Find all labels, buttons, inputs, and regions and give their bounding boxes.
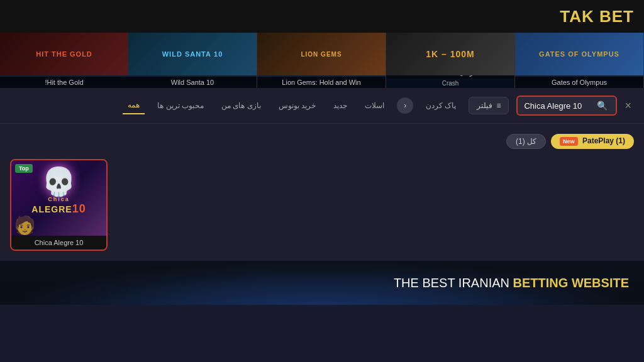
banner-crash-label: Crash xyxy=(386,79,514,88)
banner-gates-label: Gates of Olympus xyxy=(515,77,643,88)
banner-wild-bg: 10 WILD SANTA xyxy=(128,33,257,75)
logo-bet: BET xyxy=(599,7,634,26)
game-card-character: 🧑 xyxy=(14,215,36,236)
search-input[interactable] xyxy=(524,101,593,111)
filter-button[interactable]: ≡ فیلتر xyxy=(469,97,509,114)
banner-gates-bg: GATES OF OLYMPUS xyxy=(515,33,643,75)
banner-wild[interactable]: 10 WILD SANTA Wild Santa 10 xyxy=(128,33,257,88)
game-card-image: Top 💀 Chica ALEGRE10 🧑 xyxy=(11,160,106,236)
banner-hit-bg: HIT THE GOLD xyxy=(0,33,128,75)
top-badge: Top xyxy=(15,164,33,173)
banner-lion-bg: LION GEMS xyxy=(257,33,386,75)
count-badges: کل (1) New PatePlay (1) xyxy=(10,134,634,149)
badge-pate-label: PatePlay (1) xyxy=(582,136,625,145)
banner-gates[interactable]: GATES OF OLYMPUS Gates of Olympus xyxy=(515,33,644,88)
filter-bar: × 🔍 ≡ فیلتر پاک کردن ‹ اسلات جدید خرید ب… xyxy=(0,88,644,124)
search-icon: 🔍 xyxy=(597,101,608,111)
game-title-alegre: ALEGRE10 xyxy=(31,202,86,216)
game-title-chica: Chica xyxy=(31,196,86,202)
footer-bold-text: BETTING WEBSITE xyxy=(513,276,629,290)
tab-new[interactable]: جدید xyxy=(328,97,352,114)
tab-slots[interactable]: اسلات xyxy=(360,97,389,114)
game-cards: Top 💀 Chica ALEGRE10 🧑 Chica Alegre 10 xyxy=(10,159,634,251)
game-card-visual: 💀 Chica ALEGRE10 xyxy=(42,165,76,198)
tab-clear[interactable]: پاک کردن xyxy=(421,97,461,114)
filter-icon: ≡ xyxy=(496,101,501,110)
footer-text: THE BEST IRANIAN BETTING WEBSITE xyxy=(394,276,629,290)
close-button[interactable]: × xyxy=(625,99,631,112)
logo-tak: TAK xyxy=(560,7,594,26)
header: TAK BET xyxy=(0,0,644,33)
banner-hit[interactable]: HIT THE GOLD !Hit the Gold xyxy=(0,33,128,88)
banner-wild-label: Wild Santa 10 xyxy=(128,77,257,88)
logo: TAK BET xyxy=(560,7,634,26)
badge-total-label: کل (1) xyxy=(516,137,536,146)
banner-strip: GATES OF OLYMPUS Gates of Olympus 1K – 1… xyxy=(0,33,644,88)
tab-popular[interactable]: محبوب ترین ها xyxy=(152,97,209,114)
banner-range-bg: 1K – 100M xyxy=(386,33,514,75)
badge-pate[interactable]: New PatePlay (1) xyxy=(551,134,634,149)
tab-bonus[interactable]: خرید بونوس xyxy=(274,97,321,114)
tab-my-games[interactable]: بازی های من xyxy=(216,97,266,114)
game-card-label: Chica Alegre 10 xyxy=(11,236,106,250)
badge-total[interactable]: کل (1) xyxy=(506,134,546,149)
badge-new-label: New xyxy=(560,137,578,146)
tab-arrow[interactable]: ‹ xyxy=(397,97,413,114)
search-box[interactable]: 🔍 xyxy=(516,96,617,116)
footer: THE BEST IRANIAN BETTING WEBSITE xyxy=(0,261,644,305)
banner-lion-label: Lion Gems: Hold and Win xyxy=(257,77,386,88)
game-area: کل (1) New PatePlay (1) Top 💀 Chica ALEG… xyxy=(0,124,644,261)
filter-label: فیلتر xyxy=(477,101,492,110)
tab-all[interactable]: همه xyxy=(123,97,145,114)
banner-range[interactable]: 1K – 100M 1K - 100M تومان Crash xyxy=(386,33,515,88)
banner-hit-label: !Hit the Gold xyxy=(0,77,128,88)
game-card-chica[interactable]: Top 💀 Chica ALEGRE10 🧑 Chica Alegre 10 xyxy=(10,159,108,251)
banner-lion[interactable]: LION GEMS Lion Gems: Hold and Win xyxy=(257,33,386,88)
footer-normal-text: THE BEST IRANIAN xyxy=(394,276,513,290)
